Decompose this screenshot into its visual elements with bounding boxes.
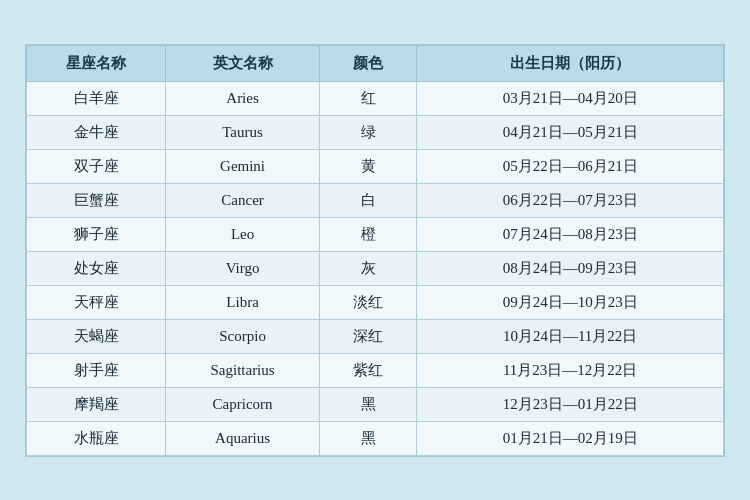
cell-date: 10月24日—11月22日 [417, 319, 724, 353]
cell-date: 03月21日—04月20日 [417, 81, 724, 115]
zodiac-table-container: 星座名称 英文名称 颜色 出生日期（阳历） 白羊座Aries红03月21日—04… [25, 44, 725, 457]
cell-english: Taurus [166, 115, 319, 149]
cell-color: 橙 [319, 217, 417, 251]
table-row: 处女座Virgo灰08月24日—09月23日 [27, 251, 724, 285]
cell-date: 01月21日—02月19日 [417, 421, 724, 455]
cell-english: Libra [166, 285, 319, 319]
table-row: 双子座Gemini黄05月22日—06月21日 [27, 149, 724, 183]
cell-date: 11月23日—12月22日 [417, 353, 724, 387]
cell-english: Aquarius [166, 421, 319, 455]
table-row: 摩羯座Capricorn黑12月23日—01月22日 [27, 387, 724, 421]
cell-chinese: 狮子座 [27, 217, 166, 251]
cell-date: 09月24日—10月23日 [417, 285, 724, 319]
cell-color: 紫红 [319, 353, 417, 387]
header-color: 颜色 [319, 45, 417, 81]
zodiac-table: 星座名称 英文名称 颜色 出生日期（阳历） 白羊座Aries红03月21日—04… [26, 45, 724, 456]
cell-color: 灰 [319, 251, 417, 285]
cell-chinese: 双子座 [27, 149, 166, 183]
cell-chinese: 射手座 [27, 353, 166, 387]
cell-english: Capricorn [166, 387, 319, 421]
table-row: 天蝎座Scorpio深红10月24日—11月22日 [27, 319, 724, 353]
header-chinese: 星座名称 [27, 45, 166, 81]
cell-chinese: 白羊座 [27, 81, 166, 115]
cell-english: Cancer [166, 183, 319, 217]
cell-english: Aries [166, 81, 319, 115]
table-row: 射手座Sagittarius紫红11月23日—12月22日 [27, 353, 724, 387]
table-row: 巨蟹座Cancer白06月22日—07月23日 [27, 183, 724, 217]
cell-date: 07月24日—08月23日 [417, 217, 724, 251]
cell-english: Sagittarius [166, 353, 319, 387]
cell-english: Scorpio [166, 319, 319, 353]
cell-date: 12月23日—01月22日 [417, 387, 724, 421]
cell-color: 黑 [319, 387, 417, 421]
cell-chinese: 天秤座 [27, 285, 166, 319]
cell-color: 白 [319, 183, 417, 217]
cell-color: 黄 [319, 149, 417, 183]
table-row: 狮子座Leo橙07月24日—08月23日 [27, 217, 724, 251]
table-row: 金牛座Taurus绿04月21日—05月21日 [27, 115, 724, 149]
header-date: 出生日期（阳历） [417, 45, 724, 81]
cell-color: 黑 [319, 421, 417, 455]
cell-chinese: 处女座 [27, 251, 166, 285]
cell-date: 08月24日—09月23日 [417, 251, 724, 285]
cell-color: 红 [319, 81, 417, 115]
cell-chinese: 金牛座 [27, 115, 166, 149]
cell-english: Gemini [166, 149, 319, 183]
header-english: 英文名称 [166, 45, 319, 81]
table-row: 水瓶座Aquarius黑01月21日—02月19日 [27, 421, 724, 455]
table-row: 天秤座Libra淡红09月24日—10月23日 [27, 285, 724, 319]
cell-date: 04月21日—05月21日 [417, 115, 724, 149]
table-body: 白羊座Aries红03月21日—04月20日金牛座Taurus绿04月21日—0… [27, 81, 724, 455]
cell-chinese: 摩羯座 [27, 387, 166, 421]
cell-chinese: 水瓶座 [27, 421, 166, 455]
cell-english: Leo [166, 217, 319, 251]
cell-chinese: 巨蟹座 [27, 183, 166, 217]
table-row: 白羊座Aries红03月21日—04月20日 [27, 81, 724, 115]
cell-date: 06月22日—07月23日 [417, 183, 724, 217]
cell-chinese: 天蝎座 [27, 319, 166, 353]
table-header-row: 星座名称 英文名称 颜色 出生日期（阳历） [27, 45, 724, 81]
cell-color: 深红 [319, 319, 417, 353]
cell-english: Virgo [166, 251, 319, 285]
cell-date: 05月22日—06月21日 [417, 149, 724, 183]
cell-color: 淡红 [319, 285, 417, 319]
cell-color: 绿 [319, 115, 417, 149]
